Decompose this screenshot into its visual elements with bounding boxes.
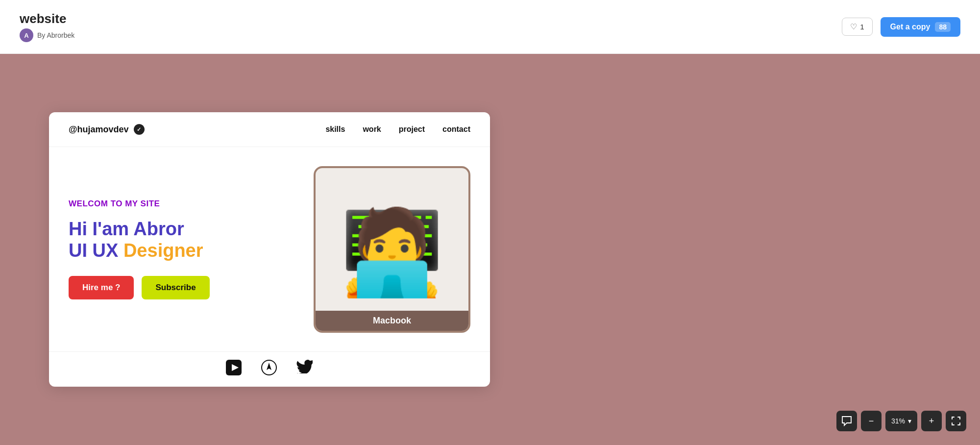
hi-line: Hi I'am Abror — [69, 219, 210, 240]
author-name: By Abrorbek — [37, 31, 74, 39]
project-info: website A By Abrorbek — [20, 11, 74, 42]
welcome-text: WELCOM TO MY SITE — [69, 199, 210, 209]
zoom-in-button[interactable]: + — [921, 411, 942, 431]
like-count: 1 — [860, 23, 864, 31]
heart-icon: ♡ — [850, 22, 857, 31]
nav-link-work[interactable]: work — [363, 125, 381, 134]
preview-footer — [49, 351, 490, 387]
hero-left: WELCOM TO MY SITE Hi I'am Abror UI UX De… — [69, 199, 210, 299]
zoom-level: 31% — [891, 417, 905, 425]
subscribe-button[interactable]: Subscribe — [142, 276, 209, 299]
comment-button[interactable] — [836, 411, 857, 431]
twitter-icon[interactable] — [296, 360, 313, 379]
top-bar: website A By Abrorbek ♡ 1 Get a copy 88 — [0, 0, 980, 54]
role-line: UI UX Designer — [69, 240, 210, 262]
project-title: website — [20, 11, 66, 26]
nav-link-project[interactable]: project — [399, 125, 425, 134]
compass-icon[interactable] — [261, 360, 277, 379]
preview-hero: WELCOM TO MY SITE Hi I'am Abror UI UX De… — [49, 147, 490, 351]
like-button[interactable]: ♡ 1 — [842, 18, 872, 36]
get-copy-count: 88 — [935, 22, 951, 32]
emoji-container: 🧑‍💻 — [316, 168, 468, 331]
fullscreen-button[interactable] — [946, 411, 966, 431]
macbook-label: Macbook — [316, 311, 468, 331]
preview-logo: @hujamovdev ✓ — [69, 124, 145, 135]
zoom-caret: ▾ — [908, 417, 911, 425]
svg-marker-3 — [267, 363, 271, 370]
role-orange: Designer — [123, 240, 203, 261]
canvas-area: @hujamovdev ✓ skills work project contac… — [0, 54, 980, 445]
zoom-display[interactable]: 31% ▾ — [885, 411, 917, 431]
zoom-out-button[interactable]: − — [861, 411, 882, 431]
hero-image-card: 🧑‍💻 Macbook — [314, 166, 470, 333]
verified-badge: ✓ — [134, 124, 145, 135]
get-copy-button[interactable]: Get a copy 88 — [881, 17, 960, 37]
canvas-controls: − 31% ▾ + — [836, 411, 966, 431]
role-blue: UI UX — [69, 240, 118, 261]
nav-link-skills[interactable]: skills — [325, 125, 345, 134]
preview-nav-links: skills work project contact — [325, 125, 470, 134]
nav-link-contact[interactable]: contact — [442, 125, 470, 134]
author-row: A By Abrorbek — [20, 28, 74, 42]
preview-nav: @hujamovdev ✓ skills work project contac… — [49, 112, 490, 147]
get-copy-label: Get a copy — [890, 23, 931, 31]
hire-button[interactable]: Hire me ? — [69, 276, 134, 299]
handle-text: @hujamovdev — [69, 124, 129, 135]
hero-buttons: Hire me ? Subscribe — [69, 276, 210, 299]
avatar: A — [20, 28, 33, 42]
preview-card: @hujamovdev ✓ skills work project contac… — [49, 112, 490, 387]
youtube-icon[interactable] — [226, 360, 242, 379]
top-bar-actions: ♡ 1 Get a copy 88 — [842, 17, 960, 37]
